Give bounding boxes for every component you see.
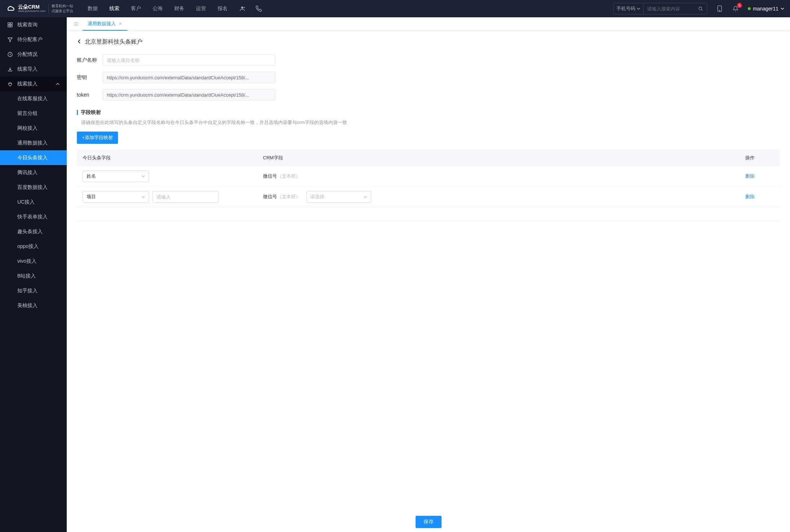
sidebar-item[interactable]: 美柚接入 [0, 298, 67, 313]
select-value: 项目 [87, 194, 96, 200]
logo-url: www.yunduocrm.com [18, 10, 45, 13]
sidebar-item[interactable]: 线索查询 [0, 17, 67, 32]
sidebar-item-label: 分配情况 [17, 51, 38, 58]
sidebar-item[interactable]: 待分配客户 [0, 32, 67, 47]
sidebar-item[interactable]: 线索导入 [0, 62, 67, 76]
toutiao-field-select[interactable]: 姓名 [83, 170, 149, 182]
sidebar-item-label: 快手表单接入 [17, 214, 48, 220]
table-header: 今日头条字段 CRM字段 操作 [77, 150, 780, 166]
export-icon [7, 66, 13, 72]
toutiao-field-select[interactable]: 项目 [83, 191, 149, 203]
user-add-icon[interactable] [239, 5, 246, 12]
th-toutiao: 今日头条字段 [83, 155, 263, 161]
sidebar-item[interactable]: 在线客服接入 [0, 91, 67, 106]
tab-label: 通用数据接入 [88, 21, 116, 27]
nav-clue[interactable]: 线索 [109, 5, 119, 12]
search-box: 手机号码 [613, 3, 707, 14]
top-header: 云朵CRM www.yunduocrm.com 教育机构一站 式服务云平台 数据… [0, 0, 790, 17]
sidebar-item[interactable]: B站接入 [0, 269, 67, 283]
nav-menu: 数据 线索 客户 公海 财务 运营 报名 [88, 5, 228, 12]
chevron-up-icon [56, 81, 60, 87]
sidebar-item[interactable]: UC接入 [0, 195, 67, 209]
nav-operation[interactable]: 运营 [196, 5, 206, 12]
sidebar-item-label: B站接入 [17, 273, 36, 279]
section-desc: 请确保您在此填写的头条自定义字段名称与在今日头条平台中自定义的字段名称一致，并且… [77, 119, 780, 126]
crm-value-select[interactable]: 请选择 [306, 191, 371, 203]
sidebar-item[interactable]: 网校接入 [0, 121, 67, 136]
search-button[interactable] [694, 3, 707, 14]
sidebar-item-label: UC接入 [17, 199, 35, 205]
nav-finance[interactable]: 财务 [174, 5, 184, 12]
mapping-table: 今日头条字段 CRM字段 操作 姓名 微信号（文本框） [77, 150, 780, 222]
back-icon[interactable] [77, 39, 82, 45]
sidebar-item[interactable]: 分配情况 [0, 47, 67, 62]
delete-link[interactable]: 删除 [745, 173, 755, 179]
sidebar-item[interactable]: 今日头条接入 [0, 150, 67, 165]
logo[interactable]: 云朵CRM www.yunduocrm.com 教育机构一站 式服务云平台 [6, 4, 73, 14]
sidebar-item-label: 网校接入 [17, 125, 38, 132]
logo-slogan-1: 教育机构一站 [52, 4, 73, 9]
mobile-icon[interactable] [716, 5, 723, 12]
th-crm: CRM字段 [263, 155, 745, 161]
add-mapping-button[interactable]: +添加字段映射 [77, 132, 118, 144]
account-label: 账户名称 [77, 57, 103, 63]
tabs-collapse-icon[interactable] [70, 17, 83, 31]
svg-rect-4 [8, 23, 10, 25]
grid-icon [7, 22, 13, 28]
footer-bar: 保存 [67, 512, 790, 532]
tab-general-data[interactable]: 通用数据接入 ✕ [83, 17, 127, 31]
filter-icon [7, 37, 13, 43]
svg-point-1 [699, 7, 702, 10]
nav-data[interactable]: 数据 [88, 5, 98, 12]
sidebar-item-label: 今日头条接入 [17, 155, 48, 161]
nav-customer[interactable]: 客户 [131, 5, 141, 12]
svg-point-3 [719, 10, 720, 11]
sidebar-item-label: 知乎接入 [17, 288, 38, 294]
sidebar-item-label: 线索导入 [17, 66, 38, 72]
sidebar-item-label: 腾讯接入 [17, 169, 38, 176]
table-row: 姓名 微信号（文本框） 删除 [77, 166, 780, 187]
phone-icon[interactable] [255, 5, 262, 12]
sidebar-item[interactable]: 留言分组 [0, 106, 67, 121]
save-button[interactable]: 保存 [416, 516, 442, 528]
sidebar-item[interactable]: 百度数据接入 [0, 180, 67, 195]
nav-public[interactable]: 公海 [153, 5, 163, 12]
section-title-text: 字段映射 [81, 109, 101, 116]
toutiao-value-input[interactable] [153, 191, 219, 203]
crm-field-type: （文本框） [277, 173, 300, 179]
crm-field-name: 微信号 [263, 173, 277, 179]
sidebar-item[interactable]: 知乎接入 [0, 283, 67, 298]
search-input[interactable] [644, 3, 694, 14]
sidebar-item[interactable]: 趣头条接入 [0, 224, 67, 239]
user-menu[interactable]: manager11 [748, 6, 784, 12]
sidebar-item[interactable]: 线索接入 [0, 76, 67, 91]
token-input[interactable] [103, 89, 275, 101]
notification-badge: 5 [737, 3, 742, 8]
search-icon [698, 6, 703, 11]
sidebar-item-label: 百度数据接入 [17, 184, 48, 191]
sidebar-item[interactable]: oppo接入 [0, 239, 67, 254]
sidebar-item[interactable]: vivo接入 [0, 254, 67, 269]
page-title: 北京昱新科技头条账户 [85, 38, 142, 46]
chevron-down-icon [364, 195, 367, 199]
sidebar-item[interactable]: 腾讯接入 [0, 165, 67, 180]
clock-icon [7, 52, 13, 57]
secret-input[interactable] [103, 72, 275, 83]
bell-icon[interactable]: 5 [732, 5, 739, 12]
svg-rect-5 [10, 23, 12, 25]
status-dot [748, 7, 751, 10]
sidebar-item[interactable]: 通用数据接入 [0, 136, 67, 150]
account-name-input[interactable] [103, 54, 275, 66]
search-type-select[interactable]: 手机号码 [614, 3, 644, 14]
section-title: 字段映射 [77, 109, 780, 116]
select-placeholder: 请选择 [310, 194, 324, 200]
delete-link[interactable]: 删除 [745, 194, 755, 199]
sidebar-item[interactable]: 快手表单接入 [0, 209, 67, 224]
close-icon[interactable]: ✕ [119, 21, 122, 26]
sidebar-item-label: 通用数据接入 [17, 140, 48, 146]
tabs-bar: 通用数据接入 ✕ [67, 17, 790, 31]
svg-rect-6 [8, 25, 10, 27]
chevron-down-icon [141, 195, 145, 199]
logo-main: 云朵CRM [18, 4, 45, 10]
nav-signup[interactable]: 报名 [218, 5, 228, 12]
